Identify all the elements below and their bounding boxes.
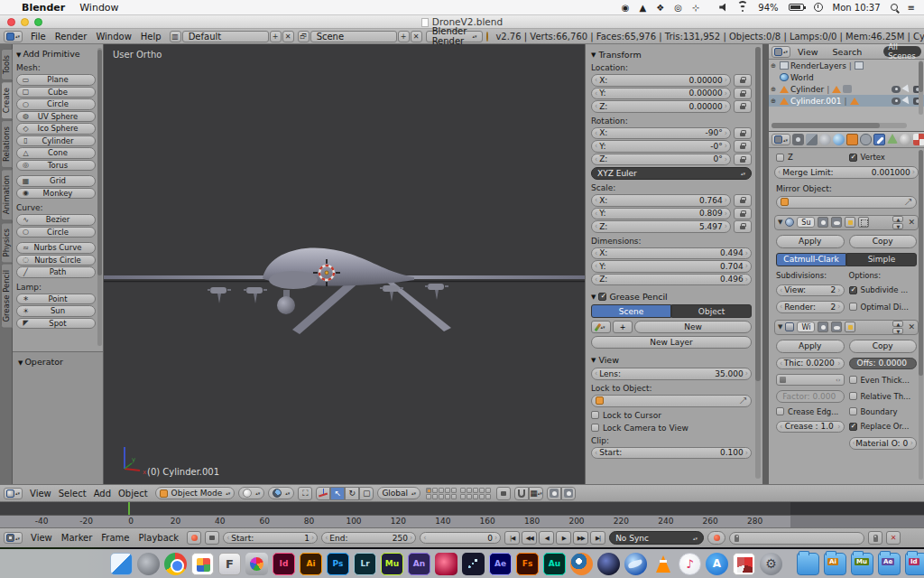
subsurf-modifier-header[interactable]: ▼ Su ▲▼ ✕ bbox=[774, 215, 919, 230]
keying-set-field[interactable] bbox=[729, 532, 864, 545]
delete-keyframe-button[interactable]: ✕ bbox=[886, 531, 901, 545]
eyedropper-icon[interactable]: 🡕 bbox=[904, 198, 912, 207]
wireframe-delete-button[interactable]: ✕ bbox=[908, 322, 915, 331]
scale-lock-1[interactable] bbox=[734, 208, 752, 220]
manipulator-scale-button[interactable]: ▢ bbox=[359, 487, 374, 500]
menubar-clock[interactable]: Mon 10:37 bbox=[833, 3, 881, 13]
simple-tab[interactable]: Simple bbox=[846, 253, 917, 266]
properties-scrollbar[interactable] bbox=[919, 150, 923, 480]
dock-system-preferences[interactable]: ⚙ bbox=[760, 553, 782, 575]
timeline-editor-selector[interactable]: ▴▾ bbox=[4, 532, 23, 544]
subsurf-move-up-button[interactable]: ▲ bbox=[892, 216, 903, 222]
prev-keyframe-button[interactable]: ◀◀ bbox=[522, 531, 537, 545]
layer-17[interactable] bbox=[467, 494, 472, 499]
dock-photoshop[interactable]: Ps bbox=[327, 553, 349, 575]
scale-y-field[interactable]: ‹Y:0.809› bbox=[591, 208, 731, 220]
dock-fuse[interactable]: Fs bbox=[516, 553, 539, 575]
toolshelf-tab-create[interactable]: Create bbox=[1, 81, 13, 119]
add-spot-button[interactable]: ◤Spot bbox=[16, 318, 96, 330]
subsurf-copy-button[interactable]: Copy bbox=[849, 235, 918, 248]
outliner-menu-search[interactable]: Search bbox=[833, 47, 863, 57]
layer-7[interactable] bbox=[432, 494, 438, 499]
timeline-menu-view[interactable]: View bbox=[31, 533, 52, 543]
wireframe-move-down-button[interactable]: ▼ bbox=[892, 328, 903, 334]
wireframe-name-field[interactable]: Wi bbox=[797, 322, 815, 332]
subsurf-render-toggle[interactable] bbox=[818, 217, 828, 228]
mirror-z-checkbox[interactable] bbox=[776, 154, 784, 162]
snap-element-dropdown[interactable]: ▦▴▾ bbox=[529, 487, 543, 500]
lock-to-object-field[interactable]: 🡕 bbox=[591, 395, 752, 407]
manipulator-axis-button[interactable] bbox=[316, 487, 330, 500]
dock-digital-color-meter[interactable] bbox=[245, 553, 268, 575]
scale-lock-0[interactable] bbox=[734, 194, 752, 207]
outliner-item-cylinder-001[interactable]: ⊕Cylinder.001| bbox=[769, 95, 924, 107]
layer-10[interactable] bbox=[451, 494, 457, 499]
mirror-object-field[interactable]: 🡕 bbox=[776, 196, 917, 209]
dock-app-grid[interactable] bbox=[191, 553, 214, 575]
merge-limit-field[interactable]: ‹Merge Limit:0.001000› bbox=[774, 166, 919, 179]
material-offset-field[interactable]: ‹Material O: 0› bbox=[849, 437, 918, 450]
layer-2[interactable] bbox=[432, 488, 438, 493]
jump-to-start-button[interactable]: |◀ bbox=[504, 531, 520, 545]
subsurf-name-field[interactable]: Su bbox=[797, 217, 815, 228]
add-bezier-button[interactable]: ∿Bezier bbox=[16, 214, 96, 226]
frame-start-field[interactable]: ‹Start:1› bbox=[223, 532, 318, 545]
expand-icon[interactable]: ⊕ bbox=[771, 98, 778, 105]
wrench-icon[interactable] bbox=[843, 85, 852, 93]
time-machine-icon[interactable] bbox=[814, 3, 823, 12]
add-cylinder-button[interactable]: ▯Cylinder bbox=[16, 135, 96, 147]
frame-end-field[interactable]: ‹End:250› bbox=[321, 532, 416, 545]
even-thickness-checkbox[interactable] bbox=[849, 376, 857, 384]
wifi-icon[interactable] bbox=[737, 4, 748, 12]
scale-z-field[interactable]: ‹Z:5.497› bbox=[591, 220, 731, 233]
dock-spark-app[interactable] bbox=[462, 553, 485, 575]
dock-launchpad[interactable] bbox=[137, 553, 160, 575]
rotation-lock-2[interactable] bbox=[734, 154, 752, 166]
current-frame-field[interactable]: ‹0› bbox=[420, 532, 501, 545]
dock-google-earth[interactable] bbox=[624, 553, 647, 575]
timeline-canvas[interactable] bbox=[0, 502, 924, 515]
pivot-align-toggle[interactable]: ⛶ bbox=[298, 487, 312, 500]
outliner-item-world[interactable]: World bbox=[769, 71, 924, 83]
subsurf-render-field[interactable]: ‹Render:2› bbox=[776, 301, 845, 313]
location-lock-1[interactable] bbox=[734, 88, 752, 100]
info-menu-render[interactable]: Render bbox=[55, 32, 88, 42]
layer-14[interactable] bbox=[479, 488, 485, 493]
layer-8[interactable] bbox=[439, 494, 444, 499]
insert-keyframe-button[interactable] bbox=[868, 531, 882, 545]
mesh-icon[interactable] bbox=[832, 86, 841, 93]
dock-muse[interactable]: Mu bbox=[381, 553, 403, 575]
world-tab-icon[interactable] bbox=[833, 134, 845, 145]
crease-edges-checkbox[interactable] bbox=[776, 407, 784, 415]
orientation-dropdown[interactable]: Global▴▾ bbox=[377, 487, 420, 499]
spotlight-search-icon[interactable] bbox=[891, 4, 898, 11]
visibility-eye-icon[interactable] bbox=[892, 98, 901, 105]
info-menu-help[interactable]: Help bbox=[141, 32, 162, 42]
layer-6[interactable] bbox=[426, 494, 431, 499]
layer-5[interactable] bbox=[451, 488, 457, 493]
layer-15[interactable] bbox=[485, 488, 491, 493]
snap-toggle-button[interactable] bbox=[514, 487, 529, 500]
lock-time-button[interactable] bbox=[205, 531, 219, 545]
toolshelf-scrollbar[interactable] bbox=[97, 48, 102, 346]
add-point-button[interactable]: ∗Point bbox=[16, 294, 96, 305]
offset-field[interactable]: Offs: 0.0000 bbox=[849, 358, 918, 370]
dimension-y-field[interactable]: ‹Y:0.704› bbox=[591, 260, 752, 273]
rotation-lock-0[interactable] bbox=[734, 127, 752, 140]
play-reverse-button[interactable]: ◀ bbox=[539, 531, 554, 545]
layer-4[interactable] bbox=[445, 488, 450, 493]
texture-tab-icon[interactable] bbox=[913, 134, 924, 145]
subdivide-uvs-checkbox[interactable] bbox=[849, 286, 857, 294]
menubar-item-window[interactable]: Window bbox=[79, 2, 118, 14]
properties-editor-selector[interactable]: ▴▾ bbox=[772, 134, 790, 145]
subsurf-cage-toggle[interactable] bbox=[858, 217, 869, 228]
render-layers-tab-icon[interactable] bbox=[806, 134, 818, 145]
rotation-x-field[interactable]: ‹X:-90°› bbox=[591, 127, 731, 140]
delete-scene-button[interactable]: ✕ bbox=[411, 31, 422, 42]
editor-type-selector[interactable]: ▴▾ bbox=[4, 31, 23, 42]
dock-f-app[interactable]: F bbox=[218, 553, 241, 575]
use-preview-range-button[interactable] bbox=[187, 531, 201, 545]
drone-model[interactable] bbox=[208, 247, 451, 334]
layer-1[interactable] bbox=[426, 488, 431, 493]
disc-app-icon[interactable]: ◎ bbox=[674, 3, 682, 13]
